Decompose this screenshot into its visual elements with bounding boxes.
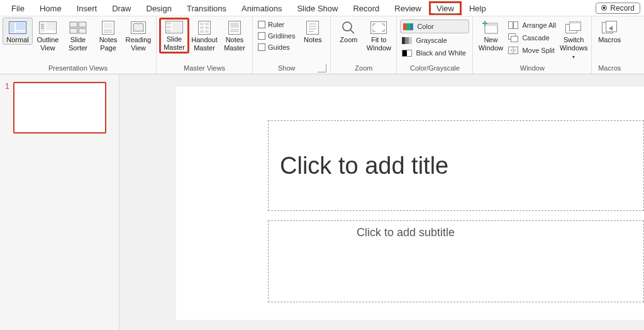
subtitle-placeholder[interactable]: Click to add subtitle: [268, 220, 644, 302]
arrange-all-button[interactable]: Arrange All: [506, 19, 558, 31]
group-presentation-views: Normal OutlineView SlideSorter NotesPage…: [0, 16, 157, 74]
record-icon: [601, 5, 607, 11]
svg-rect-15: [104, 23, 113, 28]
outline-view-label: OutlineView: [37, 36, 59, 52]
slide-master-button[interactable]: SlideMaster: [159, 18, 189, 54]
svg-rect-5: [40, 23, 45, 33]
gridlines-checkbox[interactable]: Gridlines: [255, 30, 297, 42]
group-label-master-views: Master Views: [159, 63, 250, 74]
new-window-label: NewWindow: [479, 36, 503, 52]
normal-view-icon: [9, 21, 26, 35]
new-window-icon: [482, 21, 499, 35]
svg-rect-10: [70, 22, 77, 27]
slide[interactable]: Click to add title Click to add subtitle: [176, 87, 644, 320]
move-split-icon: [508, 46, 518, 55]
notes-master-icon: [228, 21, 241, 35]
tab-draw[interactable]: Draw: [104, 1, 138, 15]
svg-rect-12: [70, 28, 77, 33]
group-label-color: Color/Grayscale: [399, 63, 470, 74]
zoom-label: Zoom: [340, 36, 357, 44]
tab-insert[interactable]: Insert: [69, 1, 105, 15]
svg-rect-50: [511, 37, 518, 42]
color-mode-button[interactable]: Color: [400, 20, 469, 33]
slide-sorter-label: SlideSorter: [69, 36, 87, 52]
fit-window-label: Fit toWindow: [367, 36, 391, 52]
svg-rect-21: [167, 26, 171, 28]
tab-review[interactable]: Review: [387, 1, 429, 15]
macros-button[interactable]: Macros: [594, 18, 625, 45]
slide-sorter-icon: [69, 21, 87, 35]
subtitle-placeholder-text: Click to add subtitle: [357, 226, 455, 239]
svg-rect-32: [230, 23, 239, 28]
notes-icon: [306, 21, 319, 35]
tab-design[interactable]: Design: [139, 1, 179, 15]
guides-checkbox[interactable]: Guides: [255, 42, 297, 53]
record-button[interactable]: Record: [596, 3, 640, 14]
menu-tabs: File Home Insert Draw Design Transitions…: [0, 0, 644, 16]
slide-sorter-button[interactable]: SlideSorter: [63, 18, 93, 53]
svg-rect-9: [46, 23, 55, 30]
notes-page-icon: [102, 21, 114, 35]
tab-record[interactable]: Record: [345, 1, 387, 15]
normal-view-button[interactable]: Normal: [3, 18, 33, 45]
svg-rect-11: [79, 22, 86, 27]
chevron-down-icon: ▾: [572, 54, 575, 60]
handout-master-button[interactable]: HandoutMaster: [189, 18, 219, 53]
notes-page-button[interactable]: NotesPage: [93, 18, 123, 53]
grayscale-mode-button[interactable]: Grayscale: [399, 34, 470, 47]
ribbon: Normal OutlineView SlideSorter NotesPage…: [0, 16, 644, 74]
svg-rect-42: [371, 22, 387, 34]
tab-view[interactable]: View: [429, 1, 462, 15]
svg-rect-22: [167, 30, 171, 32]
group-macros: Macros Macros: [592, 16, 627, 74]
tab-transitions[interactable]: Transitions: [179, 1, 234, 15]
svg-rect-47: [509, 22, 513, 29]
cascade-icon: [508, 33, 518, 42]
grayscale-icon: [402, 36, 412, 45]
fit-window-button[interactable]: Fit toWindow: [364, 18, 394, 53]
cascade-button[interactable]: Cascade: [506, 31, 558, 44]
svg-rect-55: [570, 22, 581, 24]
svg-rect-26: [205, 23, 209, 25]
handout-master-label: HandoutMaster: [191, 36, 218, 52]
show-launcher[interactable]: [318, 64, 326, 72]
move-split-button[interactable]: Move Split: [506, 44, 558, 57]
tab-home[interactable]: Home: [32, 1, 69, 15]
zoom-icon: [341, 21, 355, 35]
handout-master-icon: [198, 21, 211, 35]
ruler-checkbox[interactable]: Ruler: [255, 19, 297, 30]
tab-help[interactable]: Help: [462, 1, 494, 15]
fit-window-icon: [370, 21, 387, 35]
arrange-all-icon: [508, 21, 518, 30]
workarea: 1 Click to add title Click to add subtit…: [0, 74, 644, 330]
svg-rect-23: [172, 22, 182, 32]
tab-animations[interactable]: Animations: [234, 1, 289, 15]
svg-rect-25: [200, 23, 204, 25]
group-color-grayscale: Color Grayscale Black and White Color/Gr…: [397, 16, 473, 74]
outline-view-button[interactable]: OutlineView: [33, 18, 63, 53]
group-zoom: Zoom Fit toWindow Zoom: [331, 16, 397, 74]
notes-page-label: NotesPage: [99, 36, 118, 52]
slide-thumbnail-1[interactable]: [13, 82, 106, 134]
group-label-show: Show: [255, 63, 318, 74]
reading-view-button[interactable]: ReadingView: [123, 18, 153, 53]
zoom-button[interactable]: Zoom: [333, 18, 364, 45]
svg-rect-57: [606, 21, 617, 32]
svg-rect-27: [200, 26, 204, 29]
notes-master-button[interactable]: NotesMaster: [219, 18, 250, 53]
group-label-presentation-views: Presentation Views: [3, 63, 153, 74]
thumbnail-panel: 1: [0, 74, 119, 330]
notes-button-label: Notes: [304, 36, 322, 44]
switch-windows-button[interactable]: SwitchWindows ▾: [558, 18, 589, 62]
new-window-button[interactable]: NewWindow: [475, 18, 506, 53]
tab-slideshow[interactable]: Slide Show: [289, 1, 345, 15]
group-label-macros: Macros: [594, 63, 625, 74]
tab-file[interactable]: File: [4, 1, 32, 15]
group-master-views: SlideMaster HandoutMaster NotesMaster Ma…: [157, 16, 253, 74]
title-placeholder-text: Click to add title: [280, 152, 448, 179]
title-placeholder[interactable]: Click to add title: [268, 120, 644, 211]
bw-mode-button[interactable]: Black and White: [399, 47, 470, 59]
svg-rect-2: [16, 23, 25, 30]
notes-button[interactable]: Notes: [297, 18, 328, 45]
svg-rect-3: [16, 31, 25, 33]
